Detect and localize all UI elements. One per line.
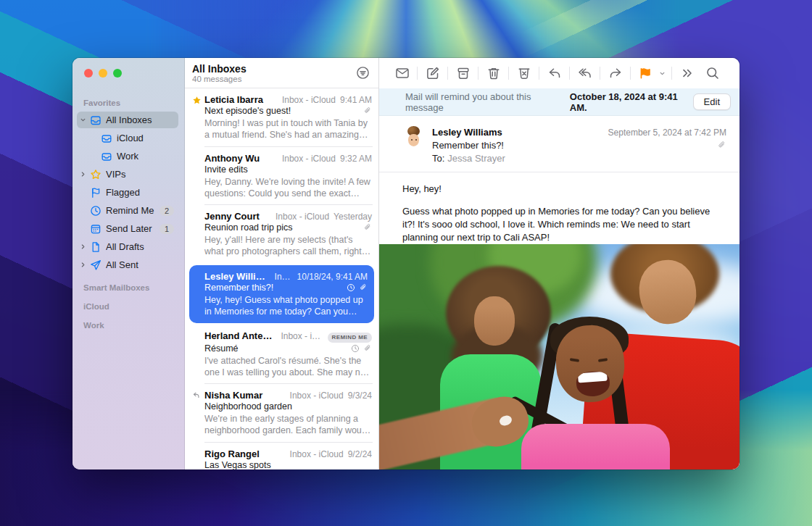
reminder-banner: Mail will remind you about this message …: [379, 88, 740, 116]
search-button[interactable]: [703, 64, 722, 82]
message-mailbox: Inbox - iCloud: [276, 212, 329, 222]
flag-button[interactable]: [636, 64, 655, 82]
body-paragraph: Guess what photo popped up in Memories f…: [402, 205, 718, 244]
star-filled-icon[interactable]: [191, 96, 202, 105]
paperclip-icon: [363, 344, 372, 353]
close-button[interactable]: [84, 69, 93, 78]
message-subject: Remember this?!: [204, 283, 343, 293]
sidebar-item-label: Flagged: [106, 187, 178, 198]
chevron-down-icon[interactable]: [77, 116, 89, 124]
sidebar-section-work[interactable]: Work: [83, 321, 184, 330]
list-title: All Inboxes: [192, 63, 354, 75]
reply-all-button[interactable]: [575, 64, 594, 82]
sidebar-item-label: All Inboxes: [106, 114, 178, 125]
message-time: Yesterday: [334, 212, 372, 222]
sidebar-section-smart-mailboxes[interactable]: Smart Mailboxes: [83, 283, 184, 292]
window-controls: [72, 58, 184, 88]
sidebar-section-icloud[interactable]: iCloud: [83, 302, 184, 311]
message-recipient-line: To:Jessa Strayer: [432, 152, 608, 164]
compose-button[interactable]: [423, 64, 442, 82]
sidebar-item-all-drafts[interactable]: All Drafts: [77, 238, 178, 255]
mail-window: FavoritesAll InboxesiCloudWorkVIPsFlagge…: [72, 58, 740, 469]
desktop: FavoritesAll InboxesiCloudWorkVIPsFlagge…: [0, 0, 812, 526]
sidebar-item-send-later[interactable]: Send Later1: [77, 220, 178, 237]
filter-icon[interactable]: [354, 64, 371, 82]
message-mailbox: Inbox - iCloud: [282, 154, 336, 164]
reminder-date: October 18, 2024 at 9:41 AM.: [570, 91, 693, 113]
message-preview: We're in the early stages of planning a …: [204, 413, 372, 437]
get-mail-button[interactable]: [392, 64, 412, 82]
sidebar-item-all-inboxes[interactable]: All Inboxes: [77, 112, 178, 128]
sidebar-item-label: VIPs: [106, 169, 178, 180]
toolbar-divider: [539, 67, 539, 80]
document-icon: [89, 241, 102, 253]
clock-icon: [347, 283, 355, 292]
sidebar-item-remind-me[interactable]: Remind Me2: [77, 202, 178, 219]
toolbar-divider: [569, 67, 570, 80]
sidebar-item-work[interactable]: Work: [77, 148, 178, 164]
avatar-eye: [411, 139, 413, 141]
message-mailbox: Inbox - iCl...: [281, 331, 323, 341]
message-preview: Hey, Danny. We're loving the invite! A f…: [204, 176, 372, 200]
sidebar-item-all-sent[interactable]: All Sent: [77, 256, 178, 273]
remind-me-badge: REMIND ME: [328, 333, 372, 343]
zoom-button[interactable]: [113, 69, 122, 78]
toolbar-divider: [630, 67, 631, 80]
message-preview: I've attached Carol's résumé. She's the …: [204, 355, 372, 379]
message-row-lesley-williams[interactable]: Lesley WilliamsInb...10/18/24, 9:41 AMRe…: [189, 265, 374, 324]
photo-attachment[interactable]: [379, 244, 740, 469]
message-row-jenny-court[interactable]: Jenny CourtInbox - iCloudYesterdayReunio…: [185, 205, 378, 264]
message-time: 9:32 AM: [340, 154, 372, 164]
toolbar-divider: [447, 67, 448, 80]
message-mailbox: Inbox - iCloud: [290, 449, 344, 459]
sidebar-item-flagged[interactable]: Flagged: [77, 184, 178, 201]
message-row-leticia-ibarra[interactable]: Leticia IbarraInbox - iCloud9:41 AMNext …: [185, 88, 378, 147]
message-pane: Mail will remind you about this message …: [379, 58, 740, 469]
sender-avatar[interactable]: [402, 127, 424, 149]
recipient-name[interactable]: Jessa Strayer: [447, 153, 505, 164]
delete-button[interactable]: [484, 64, 503, 82]
calendar-icon: [89, 222, 102, 235]
avatar-face: [408, 134, 419, 146]
clock-icon: [89, 204, 102, 217]
toolbar: [379, 58, 740, 88]
message-time: 9/3/24: [348, 391, 372, 401]
archive-button[interactable]: [453, 64, 473, 82]
message-sender: Lesley Williams: [204, 271, 270, 282]
chevron-right-icon[interactable]: [77, 170, 89, 178]
sidebar-section-favorites[interactable]: Favorites: [83, 99, 184, 107]
sidebar-item-label: Remind Me: [106, 205, 157, 216]
avatar-eye: [415, 139, 417, 141]
message-header-meta: September 5, 2024 at 7:42 PM: [608, 126, 726, 164]
message-row-nisha-kumar[interactable]: Nisha KumarInbox - iCloud9/3/24Neighborh…: [185, 384, 378, 443]
chevron-down-icon[interactable]: [658, 70, 666, 78]
chevron-right-icon[interactable]: [77, 261, 89, 269]
photo-person-left-face: [474, 296, 515, 346]
inbox-icon: [100, 132, 112, 144]
message-preview: Morning! I was put in touch with Tania b…: [204, 117, 372, 141]
message-sender: Nisha Kumar: [204, 390, 286, 401]
sidebar-item-label: Send Later: [106, 223, 157, 234]
forward-button[interactable]: [605, 64, 625, 82]
message-subject: Résumé: [204, 343, 347, 354]
message-row-herland-antezana[interactable]: Herland AntezanaInbox - iCl...REMIND MER…: [185, 325, 378, 384]
sidebar: FavoritesAll InboxesiCloudWorkVIPsFlagge…: [72, 58, 185, 469]
sidebar-item-icloud[interactable]: iCloud: [77, 130, 178, 146]
paperclip-icon: [608, 141, 726, 150]
chevron-right-icon[interactable]: [77, 243, 89, 251]
message-subject: Reunion road trip pics: [204, 222, 360, 233]
more-toolbar-button[interactable]: [677, 64, 697, 82]
edit-reminder-button[interactable]: Edit: [693, 93, 731, 110]
message-sender: Anthony Wu: [204, 153, 278, 164]
message-row-rigo-rangel[interactable]: Rigo RangelInbox - iCloud9/2/24Las Vegas…: [185, 443, 378, 470]
message-sender: Lesley Williams: [432, 126, 608, 138]
message-row-anthony-wu[interactable]: Anthony WuInbox - iCloud9:32 AMInvite ed…: [185, 147, 378, 206]
junk-button[interactable]: [514, 64, 534, 82]
message-header: Lesley Williams Remember this?! To:Jessa…: [379, 116, 740, 172]
star-icon: [89, 168, 102, 180]
sidebar-item-vips[interactable]: VIPs: [77, 166, 178, 183]
reply-button[interactable]: [544, 64, 564, 82]
sidebar-item-label: Work: [117, 151, 178, 162]
minimize-button[interactable]: [99, 69, 107, 78]
message-list-column: All Inboxes 40 messages Leticia IbarraIn…: [185, 58, 379, 469]
